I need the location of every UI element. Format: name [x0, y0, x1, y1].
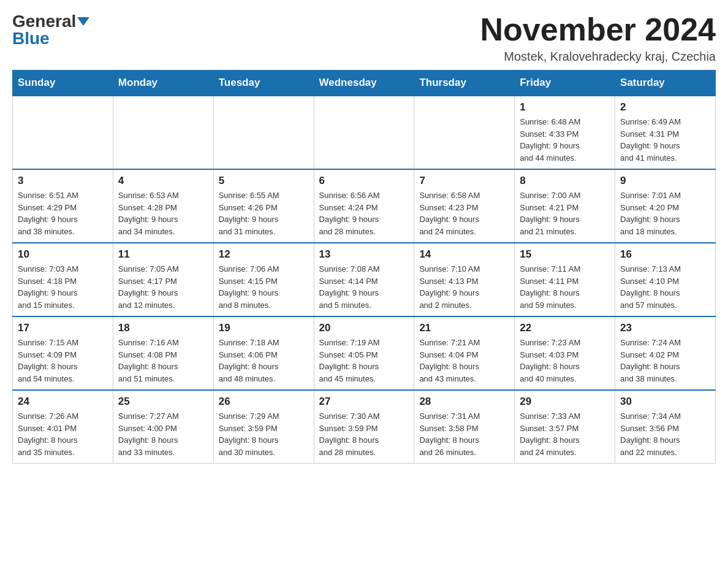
day-info: Sunrise: 7:13 AMSunset: 4:10 PMDaylight:… — [620, 263, 710, 311]
day-number: 22 — [520, 322, 610, 334]
calendar-cell: 20Sunrise: 7:19 AMSunset: 4:05 PMDayligh… — [314, 316, 414, 390]
calendar-cell: 10Sunrise: 7:03 AMSunset: 4:18 PMDayligh… — [13, 243, 113, 316]
day-number: 23 — [620, 322, 710, 334]
day-info: Sunrise: 7:06 AMSunset: 4:15 PMDaylight:… — [219, 263, 309, 311]
day-number: 16 — [620, 248, 710, 261]
weekday-header-row: SundayMondayTuesdayWednesdayThursdayFrid… — [13, 71, 716, 96]
day-number: 5 — [219, 175, 309, 187]
day-number: 12 — [219, 248, 309, 261]
day-number: 17 — [18, 322, 108, 334]
day-info: Sunrise: 7:03 AMSunset: 4:18 PMDaylight:… — [18, 263, 108, 311]
day-info: Sunrise: 7:24 AMSunset: 4:02 PMDaylight:… — [620, 337, 710, 385]
calendar-cell: 5Sunrise: 6:55 AMSunset: 4:26 PMDaylight… — [213, 169, 314, 243]
title-area: November 2024 Mostek, Kralovehradecky kr… — [480, 12, 716, 64]
calendar-cell: 29Sunrise: 7:33 AMSunset: 3:57 PMDayligh… — [515, 390, 615, 464]
calendar-cell: 16Sunrise: 7:13 AMSunset: 4:10 PMDayligh… — [615, 243, 716, 316]
calendar-cell — [213, 96, 314, 169]
calendar-cell: 9Sunrise: 7:01 AMSunset: 4:20 PMDaylight… — [615, 169, 716, 243]
calendar-cell: 11Sunrise: 7:05 AMSunset: 4:17 PMDayligh… — [113, 243, 213, 316]
day-info: Sunrise: 7:15 AMSunset: 4:09 PMDaylight:… — [18, 337, 108, 385]
calendar-cell: 19Sunrise: 7:18 AMSunset: 4:06 PMDayligh… — [213, 316, 314, 390]
day-info: Sunrise: 7:34 AMSunset: 3:56 PMDaylight:… — [620, 410, 710, 458]
day-info: Sunrise: 7:29 AMSunset: 3:59 PMDaylight:… — [219, 410, 309, 458]
day-info: Sunrise: 7:05 AMSunset: 4:17 PMDaylight:… — [118, 263, 208, 311]
day-number: 11 — [118, 248, 208, 261]
day-number: 27 — [319, 396, 409, 408]
day-number: 29 — [520, 396, 610, 408]
weekday-header-saturday: Saturday — [615, 71, 716, 96]
day-number: 14 — [419, 248, 509, 261]
day-info: Sunrise: 7:08 AMSunset: 4:14 PMDaylight:… — [319, 263, 409, 311]
day-number: 13 — [319, 248, 409, 261]
day-info: Sunrise: 6:55 AMSunset: 4:26 PMDaylight:… — [219, 190, 309, 237]
calendar-week-4: 17Sunrise: 7:15 AMSunset: 4:09 PMDayligh… — [13, 316, 716, 390]
day-info: Sunrise: 7:27 AMSunset: 4:00 PMDaylight:… — [118, 410, 208, 458]
calendar-cell: 8Sunrise: 7:00 AMSunset: 4:21 PMDaylight… — [515, 169, 615, 243]
calendar-cell — [13, 96, 113, 169]
logo-blue-text: Blue — [12, 29, 50, 48]
calendar-cell: 13Sunrise: 7:08 AMSunset: 4:14 PMDayligh… — [314, 243, 414, 316]
weekday-header-wednesday: Wednesday — [314, 71, 414, 96]
day-info: Sunrise: 7:19 AMSunset: 4:05 PMDaylight:… — [319, 337, 409, 385]
weekday-header-monday: Monday — [113, 71, 213, 96]
calendar-cell: 17Sunrise: 7:15 AMSunset: 4:09 PMDayligh… — [13, 316, 113, 390]
day-info: Sunrise: 7:01 AMSunset: 4:20 PMDaylight:… — [620, 190, 710, 237]
day-number: 1 — [520, 101, 610, 113]
day-number: 8 — [520, 175, 610, 187]
calendar-cell: 12Sunrise: 7:06 AMSunset: 4:15 PMDayligh… — [213, 243, 314, 316]
calendar-table: SundayMondayTuesdayWednesdayThursdayFrid… — [12, 70, 716, 464]
logo: General Blue — [12, 12, 89, 48]
calendar-cell: 27Sunrise: 7:30 AMSunset: 3:59 PMDayligh… — [314, 390, 414, 464]
day-info: Sunrise: 7:11 AMSunset: 4:11 PMDaylight:… — [520, 263, 610, 311]
calendar-cell: 4Sunrise: 6:53 AMSunset: 4:28 PMDaylight… — [113, 169, 213, 243]
day-info: Sunrise: 6:49 AMSunset: 4:31 PMDaylight:… — [620, 116, 710, 164]
weekday-header-thursday: Thursday — [414, 71, 515, 96]
day-number: 15 — [520, 248, 610, 261]
calendar-cell: 22Sunrise: 7:23 AMSunset: 4:03 PMDayligh… — [515, 316, 615, 390]
calendar-cell: 15Sunrise: 7:11 AMSunset: 4:11 PMDayligh… — [515, 243, 615, 316]
calendar-cell: 18Sunrise: 7:16 AMSunset: 4:08 PMDayligh… — [113, 316, 213, 390]
day-info: Sunrise: 6:51 AMSunset: 4:29 PMDaylight:… — [18, 190, 108, 237]
day-number: 18 — [118, 322, 208, 334]
day-number: 3 — [18, 175, 108, 187]
day-number: 19 — [219, 322, 309, 334]
weekday-header-tuesday: Tuesday — [213, 71, 314, 96]
day-info: Sunrise: 7:23 AMSunset: 4:03 PMDaylight:… — [520, 337, 610, 385]
day-info: Sunrise: 7:18 AMSunset: 4:06 PMDaylight:… — [219, 337, 309, 385]
day-info: Sunrise: 7:33 AMSunset: 3:57 PMDaylight:… — [520, 410, 610, 458]
day-number: 25 — [118, 396, 208, 408]
day-info: Sunrise: 7:10 AMSunset: 4:13 PMDaylight:… — [419, 263, 509, 311]
day-number: 24 — [18, 396, 108, 408]
calendar-cell: 23Sunrise: 7:24 AMSunset: 4:02 PMDayligh… — [615, 316, 716, 390]
day-number: 26 — [219, 396, 309, 408]
month-title: November 2024 — [480, 12, 716, 47]
day-info: Sunrise: 7:30 AMSunset: 3:59 PMDaylight:… — [319, 410, 409, 458]
day-number: 4 — [118, 175, 208, 187]
calendar-cell: 3Sunrise: 6:51 AMSunset: 4:29 PMDaylight… — [13, 169, 113, 243]
day-number: 20 — [319, 322, 409, 334]
calendar-cell: 14Sunrise: 7:10 AMSunset: 4:13 PMDayligh… — [414, 243, 515, 316]
calendar-cell: 28Sunrise: 7:31 AMSunset: 3:58 PMDayligh… — [414, 390, 515, 464]
calendar-cell: 2Sunrise: 6:49 AMSunset: 4:31 PMDaylight… — [615, 96, 716, 169]
day-number: 6 — [319, 175, 409, 187]
calendar-cell — [314, 96, 414, 169]
day-number: 2 — [620, 101, 710, 113]
calendar-cell: 25Sunrise: 7:27 AMSunset: 4:00 PMDayligh… — [113, 390, 213, 464]
day-number: 30 — [620, 396, 710, 408]
page-header: General Blue November 2024 Mostek, Kralo… — [12, 12, 716, 64]
calendar-cell: 1Sunrise: 6:48 AMSunset: 4:33 PMDaylight… — [515, 96, 615, 169]
calendar-cell: 6Sunrise: 6:56 AMSunset: 4:24 PMDaylight… — [314, 169, 414, 243]
day-number: 10 — [18, 248, 108, 261]
day-info: Sunrise: 6:53 AMSunset: 4:28 PMDaylight:… — [118, 190, 208, 237]
calendar-cell: 21Sunrise: 7:21 AMSunset: 4:04 PMDayligh… — [414, 316, 515, 390]
logo-triangle-icon — [77, 17, 89, 26]
day-info: Sunrise: 7:16 AMSunset: 4:08 PMDaylight:… — [118, 337, 208, 385]
day-info: Sunrise: 6:48 AMSunset: 4:33 PMDaylight:… — [520, 116, 610, 164]
calendar-cell — [414, 96, 515, 169]
weekday-header-friday: Friday — [515, 71, 615, 96]
day-number: 28 — [419, 396, 509, 408]
day-info: Sunrise: 7:31 AMSunset: 3:58 PMDaylight:… — [419, 410, 509, 458]
day-info: Sunrise: 7:26 AMSunset: 4:01 PMDaylight:… — [18, 410, 108, 458]
calendar-cell: 26Sunrise: 7:29 AMSunset: 3:59 PMDayligh… — [213, 390, 314, 464]
day-info: Sunrise: 6:56 AMSunset: 4:24 PMDaylight:… — [319, 190, 409, 237]
